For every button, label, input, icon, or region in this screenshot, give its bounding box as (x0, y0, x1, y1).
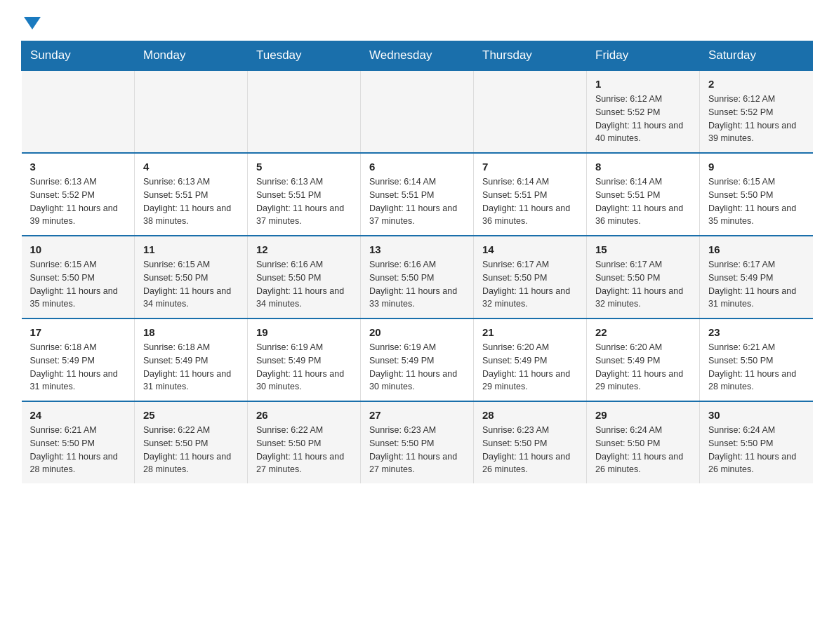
day-info: Sunrise: 6:18 AM Sunset: 5:49 PM Dayligh… (30, 341, 126, 394)
calendar-cell: 7Sunrise: 6:14 AM Sunset: 5:51 PM Daylig… (474, 153, 587, 236)
day-number: 6 (369, 161, 465, 173)
calendar-cell: 14Sunrise: 6:17 AM Sunset: 5:50 PM Dayli… (474, 236, 587, 318)
calendar-week-row: 1Sunrise: 6:12 AM Sunset: 5:52 PM Daylig… (22, 70, 813, 153)
calendar-week-row: 24Sunrise: 6:21 AM Sunset: 5:50 PM Dayli… (22, 401, 813, 483)
calendar-cell: 9Sunrise: 6:15 AM Sunset: 5:50 PM Daylig… (700, 153, 813, 236)
day-number: 4 (143, 161, 239, 173)
calendar-cell (22, 70, 135, 153)
calendar-cell (135, 70, 248, 153)
calendar-cell: 4Sunrise: 6:13 AM Sunset: 5:51 PM Daylig… (135, 153, 248, 236)
calendar-cell: 11Sunrise: 6:15 AM Sunset: 5:50 PM Dayli… (135, 236, 248, 318)
day-info: Sunrise: 6:23 AM Sunset: 5:50 PM Dayligh… (482, 424, 578, 476)
day-info: Sunrise: 6:23 AM Sunset: 5:50 PM Dayligh… (369, 424, 465, 476)
calendar-cell: 8Sunrise: 6:14 AM Sunset: 5:51 PM Daylig… (587, 153, 700, 236)
day-info: Sunrise: 6:16 AM Sunset: 5:50 PM Dayligh… (256, 258, 352, 311)
day-info: Sunrise: 6:21 AM Sunset: 5:50 PM Dayligh… (708, 341, 805, 394)
logo-arrow-icon (24, 17, 41, 29)
day-info: Sunrise: 6:21 AM Sunset: 5:50 PM Dayligh… (30, 424, 126, 476)
calendar-cell: 1Sunrise: 6:12 AM Sunset: 5:52 PM Daylig… (587, 70, 700, 153)
calendar-cell: 5Sunrise: 6:13 AM Sunset: 5:51 PM Daylig… (248, 153, 361, 236)
day-number: 14 (482, 243, 578, 255)
weekday-header-thursday: Thursday (474, 41, 587, 71)
day-number: 28 (482, 409, 578, 421)
day-number: 12 (256, 243, 352, 255)
day-number: 15 (595, 243, 691, 255)
day-info: Sunrise: 6:17 AM Sunset: 5:50 PM Dayligh… (595, 258, 691, 311)
calendar-cell: 20Sunrise: 6:19 AM Sunset: 5:49 PM Dayli… (361, 318, 474, 401)
day-info: Sunrise: 6:15 AM Sunset: 5:50 PM Dayligh… (143, 258, 239, 311)
calendar-cell: 26Sunrise: 6:22 AM Sunset: 5:50 PM Dayli… (248, 401, 361, 483)
calendar-cell: 12Sunrise: 6:16 AM Sunset: 5:50 PM Dayli… (248, 236, 361, 318)
day-info: Sunrise: 6:16 AM Sunset: 5:50 PM Dayligh… (369, 258, 465, 311)
weekday-header-sunday: Sunday (22, 41, 135, 71)
day-info: Sunrise: 6:15 AM Sunset: 5:50 PM Dayligh… (30, 258, 126, 311)
day-info: Sunrise: 6:24 AM Sunset: 5:50 PM Dayligh… (708, 424, 805, 476)
day-number: 8 (595, 161, 691, 173)
day-info: Sunrise: 6:13 AM Sunset: 5:51 PM Dayligh… (143, 175, 239, 228)
calendar-cell: 21Sunrise: 6:20 AM Sunset: 5:49 PM Dayli… (474, 318, 587, 401)
calendar-cell: 23Sunrise: 6:21 AM Sunset: 5:50 PM Dayli… (700, 318, 813, 401)
day-info: Sunrise: 6:20 AM Sunset: 5:49 PM Dayligh… (595, 341, 691, 394)
day-number: 7 (482, 161, 578, 173)
day-info: Sunrise: 6:13 AM Sunset: 5:51 PM Dayligh… (256, 175, 352, 228)
calendar-cell: 17Sunrise: 6:18 AM Sunset: 5:49 PM Dayli… (22, 318, 135, 401)
calendar-cell: 3Sunrise: 6:13 AM Sunset: 5:52 PM Daylig… (22, 153, 135, 236)
calendar-cell: 24Sunrise: 6:21 AM Sunset: 5:50 PM Dayli… (22, 401, 135, 483)
day-number: 18 (143, 326, 239, 338)
day-number: 26 (256, 409, 352, 421)
calendar-cell: 22Sunrise: 6:20 AM Sunset: 5:49 PM Dayli… (587, 318, 700, 401)
day-number: 25 (143, 409, 239, 421)
day-number: 30 (708, 409, 805, 421)
day-info: Sunrise: 6:15 AM Sunset: 5:50 PM Dayligh… (708, 175, 805, 228)
calendar-cell: 2Sunrise: 6:12 AM Sunset: 5:52 PM Daylig… (700, 70, 813, 153)
day-info: Sunrise: 6:12 AM Sunset: 5:52 PM Dayligh… (708, 93, 805, 145)
calendar-cell (474, 70, 587, 153)
day-number: 13 (369, 243, 465, 255)
day-number: 24 (30, 409, 126, 421)
day-number: 17 (30, 326, 126, 338)
day-number: 27 (369, 409, 465, 421)
calendar-cell: 10Sunrise: 6:15 AM Sunset: 5:50 PM Dayli… (22, 236, 135, 318)
day-number: 10 (30, 243, 126, 255)
calendar-cell: 15Sunrise: 6:17 AM Sunset: 5:50 PM Dayli… (587, 236, 700, 318)
day-info: Sunrise: 6:17 AM Sunset: 5:50 PM Dayligh… (482, 258, 578, 311)
weekday-header-monday: Monday (135, 41, 248, 71)
day-info: Sunrise: 6:22 AM Sunset: 5:50 PM Dayligh… (256, 424, 352, 476)
weekday-header-wednesday: Wednesday (361, 41, 474, 71)
weekday-header-saturday: Saturday (700, 41, 813, 71)
calendar-week-row: 10Sunrise: 6:15 AM Sunset: 5:50 PM Dayli… (22, 236, 813, 318)
calendar-week-row: 17Sunrise: 6:18 AM Sunset: 5:49 PM Dayli… (22, 318, 813, 401)
day-info: Sunrise: 6:18 AM Sunset: 5:49 PM Dayligh… (143, 341, 239, 394)
day-number: 22 (595, 326, 691, 338)
day-info: Sunrise: 6:22 AM Sunset: 5:50 PM Dayligh… (143, 424, 239, 476)
day-number: 5 (256, 161, 352, 173)
day-number: 2 (708, 78, 805, 90)
calendar-cell: 18Sunrise: 6:18 AM Sunset: 5:49 PM Dayli… (135, 318, 248, 401)
calendar-cell: 28Sunrise: 6:23 AM Sunset: 5:50 PM Dayli… (474, 401, 587, 483)
calendar-cell (361, 70, 474, 153)
weekday-header-tuesday: Tuesday (248, 41, 361, 71)
weekday-header-friday: Friday (587, 41, 700, 71)
day-info: Sunrise: 6:24 AM Sunset: 5:50 PM Dayligh… (595, 424, 691, 476)
day-info: Sunrise: 6:17 AM Sunset: 5:49 PM Dayligh… (708, 258, 805, 311)
calendar-cell: 13Sunrise: 6:16 AM Sunset: 5:50 PM Dayli… (361, 236, 474, 318)
logo (21, 14, 41, 27)
day-number: 23 (708, 326, 805, 338)
day-info: Sunrise: 6:12 AM Sunset: 5:52 PM Dayligh… (595, 93, 691, 145)
calendar-cell: 29Sunrise: 6:24 AM Sunset: 5:50 PM Dayli… (587, 401, 700, 483)
day-number: 21 (482, 326, 578, 338)
calendar-cell: 19Sunrise: 6:19 AM Sunset: 5:49 PM Dayli… (248, 318, 361, 401)
day-info: Sunrise: 6:14 AM Sunset: 5:51 PM Dayligh… (369, 175, 465, 228)
day-info: Sunrise: 6:13 AM Sunset: 5:52 PM Dayligh… (30, 175, 126, 228)
day-number: 11 (143, 243, 239, 255)
weekday-header-row: SundayMondayTuesdayWednesdayThursdayFrid… (22, 41, 813, 71)
calendar-cell: 27Sunrise: 6:23 AM Sunset: 5:50 PM Dayli… (361, 401, 474, 483)
day-number: 9 (708, 161, 805, 173)
day-number: 3 (30, 161, 126, 173)
day-info: Sunrise: 6:19 AM Sunset: 5:49 PM Dayligh… (369, 341, 465, 394)
day-number: 16 (708, 243, 805, 255)
day-number: 29 (595, 409, 691, 421)
day-number: 20 (369, 326, 465, 338)
day-info: Sunrise: 6:14 AM Sunset: 5:51 PM Dayligh… (595, 175, 691, 228)
calendar-cell: 16Sunrise: 6:17 AM Sunset: 5:49 PM Dayli… (700, 236, 813, 318)
